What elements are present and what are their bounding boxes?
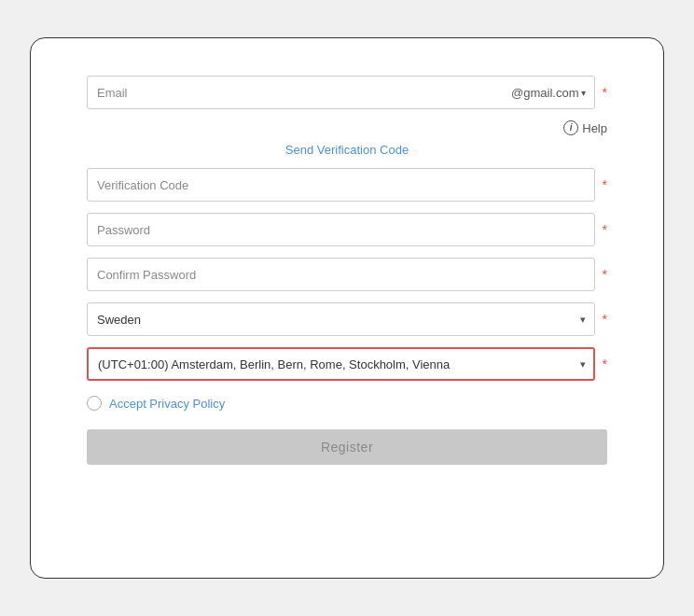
country-select-wrapper: Sweden Norway Denmark Finland Germany Fr… <box>87 302 595 336</box>
register-button[interactable]: Register <box>87 429 607 465</box>
verification-required: * <box>603 177 607 192</box>
verification-input[interactable] <box>87 168 595 202</box>
timezone-select[interactable]: (UTC+01:00) Amsterdam, Berlin, Bern, Rom… <box>87 347 595 381</box>
password-input-wrapper <box>87 213 595 246</box>
email-input-wrapper: @gmail.com ▾ <box>87 76 595 109</box>
confirm-password-input[interactable] <box>87 258 595 291</box>
register-row: Register <box>87 429 607 465</box>
send-verification-code-link[interactable]: Send Verification Code <box>285 143 409 157</box>
confirm-password-input-wrapper <box>87 258 595 291</box>
country-required: * <box>603 312 607 327</box>
timezone-required: * <box>603 357 607 371</box>
privacy-row: Accept Privacy Policy <box>87 396 607 411</box>
password-required: * <box>603 222 607 237</box>
help-label: Help <box>582 121 607 135</box>
privacy-radio[interactable] <box>87 396 102 411</box>
email-row: @gmail.com ▾ * <box>87 76 607 109</box>
help-text: i Help <box>563 120 607 135</box>
country-select[interactable]: Sweden Norway Denmark Finland Germany Fr… <box>87 302 595 336</box>
timezone-row: (UTC+01:00) Amsterdam, Berlin, Bern, Rom… <box>87 347 607 381</box>
registration-card: @gmail.com ▾ * i Help Send Verification … <box>30 37 664 579</box>
confirm-password-row: * <box>87 258 607 291</box>
verification-row: * <box>87 168 607 202</box>
help-row: i Help <box>87 120 607 135</box>
email-required: * <box>603 85 607 100</box>
send-code-row: Send Verification Code <box>87 143 607 157</box>
verification-input-wrapper <box>87 168 595 202</box>
confirm-password-required: * <box>603 267 607 282</box>
privacy-policy-link[interactable]: Accept Privacy Policy <box>109 397 225 411</box>
password-input[interactable] <box>87 213 595 246</box>
password-row: * <box>87 213 607 246</box>
help-icon: i <box>563 120 578 135</box>
email-input[interactable] <box>87 76 595 109</box>
timezone-wrapper: (UTC+01:00) Amsterdam, Berlin, Bern, Rom… <box>87 347 595 381</box>
country-row: Sweden Norway Denmark Finland Germany Fr… <box>87 302 607 336</box>
